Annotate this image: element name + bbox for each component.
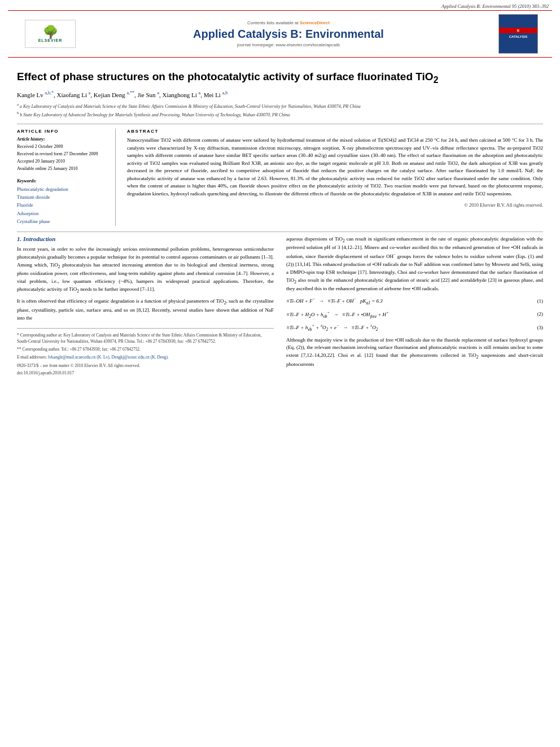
accepted-date: Accepted 20 January 2010 [17,158,108,165]
abstract-label: ABSTRACT [127,129,543,134]
copyright-line: © 2010 Elsevier B.V. All rights reserved… [127,202,543,208]
affiliations: a a Key Laboratory of Catalysis and Mate… [17,102,543,118]
equation-1: ≡Ti–OH + F− → ≡Ti–F + OH− pKa1 = 6.3 (1) [286,296,543,306]
right-para-1: aqueous dispersions of TiO2 can result i… [286,235,543,294]
keyword-4[interactable]: Adsorption [17,209,108,217]
equation-3: ≡Ti–F + hvb+ + 3O2 + e− → ≡Ti–F + 1O2 (3… [286,323,543,333]
available-date: Available online 25 January 2010 [17,165,108,173]
body-right-column: aqueous dispersions of TiO2 can result i… [286,235,543,375]
keywords-section: Keywords: Photocatalytic degradation Tit… [17,178,108,226]
eq2-text: ≡Ti–F + H2O + hvb+ → ≡Ti–F + •OHfree + H… [286,310,529,320]
elsevier-logo: 🌳 ELSEVIER [25,20,76,48]
main-content: Effect of phase structures on the photoc… [0,58,560,381]
keyword-2[interactable]: Titanium dioxide [17,193,108,201]
banner-center: Contents lists available at ScienceDirec… [81,20,496,47]
article-title: Effect of phase structures on the photoc… [17,70,543,86]
eq2-number: (2) [529,311,543,318]
received-revised-date: Received in revised form 27 December 200… [17,151,108,158]
eq1-text: ≡Ti–OH + F− → ≡Ti–F + OH− pKa1 = 6.3 [286,296,529,306]
article-info-label: ARTICLE INFO [17,129,108,134]
issn-line: 0926-3373/$ – see front matter © 2010 El… [17,363,274,368]
keywords-label: Keywords: [17,178,108,184]
tree-icon: 🌳 [43,26,58,38]
affiliation-a: a a Key Laboratory of Catalysis and Mate… [17,102,543,110]
introduction-heading: 1. Introduction [17,235,274,242]
affiliation-b: b b State Key Laboratory of Advanced Tec… [17,110,543,119]
email-2[interactable]: Dengkj@scuec.edu.cn (K. Deng). [111,355,168,360]
journal-citation: Applied Catalysis B: Environmental 95 (2… [0,0,560,10]
history-label: Article history: [17,137,108,142]
right-para-2: Although the majority view is the produc… [286,337,543,369]
keyword-5[interactable]: Crystalline phase [17,217,108,225]
journal-title: Applied Catalysis B: Environmental [81,27,496,41]
abstract-column: ABSTRACT Nanocrystalline TiO2 with diffe… [127,129,543,225]
keyword-1[interactable]: Photocatalytic degradation [17,185,108,193]
contents-available: Contents lists available at ScienceDirec… [81,20,496,25]
intro-para-1: In recent years, in order to solve the i… [17,246,274,295]
keyword-3[interactable]: Fluoride [17,201,108,209]
email-1[interactable]: lvkangle@mail.scuecedu.cn (K. Lv), [48,355,111,360]
article-info-abstract: ARTICLE INFO Article history: Received 2… [17,124,543,225]
article-history: Article history: Received 2 October 2009… [17,137,108,172]
doi-line[interactable]: doi:10.1016/j.apcatb.2010.01.017 [17,370,274,375]
elsevier-logo-area: 🌳 ELSEVIER [19,20,81,48]
sciencedirect-link[interactable]: ScienceDirect [300,20,330,25]
catalysis-logo-area: B CATALYSIS [496,14,541,54]
journal-homepage: journal homepage: www.elsevier.com/locat… [81,42,496,47]
eq3-number: (3) [529,324,543,332]
received-date: Received 2 October 2009 [17,143,108,151]
body-columns: 1. Introduction In recent years, in orde… [17,235,543,375]
journal-banner: 🌳 ELSEVIER Contents lists available at S… [8,10,552,58]
intro-para-2: It is often observed that efficiency of … [17,298,274,322]
catalysis-logo: B CATALYSIS [498,14,538,54]
page-wrapper: Applied Catalysis B: Environmental 95 (2… [0,0,560,747]
eq3-text: ≡Ti–F + hvb+ + 3O2 + e− → ≡Ti–F + 1O2 [286,323,529,333]
elsevier-wordmark: ELSEVIER [38,38,63,42]
article-info-column: ARTICLE INFO Article history: Received 2… [17,129,116,225]
right-body-text: aqueous dispersions of TiO2 can result i… [286,235,543,369]
intro-text: In recent years, in order to solve the i… [17,246,274,322]
footnotes: * Corresponding author at: Key Laborator… [17,328,274,375]
catalysis-text: CATALYSIS [508,33,529,40]
body-left-column: 1. Introduction In recent years, in orde… [17,235,274,375]
equation-2: ≡Ti–F + H2O + hvb+ → ≡Ti–F + •OHfree + H… [286,310,543,320]
footnote-star: * Corresponding author at: Key Laborator… [17,332,274,361]
authors-line: Kangle Lv a,b,*, Xiaofang Li a, Kejian D… [17,90,543,98]
eq1-number: (1) [529,298,543,305]
abstract-text: Nanocrystalline TiO2 with different cont… [127,137,543,198]
section-divider [17,231,543,232]
